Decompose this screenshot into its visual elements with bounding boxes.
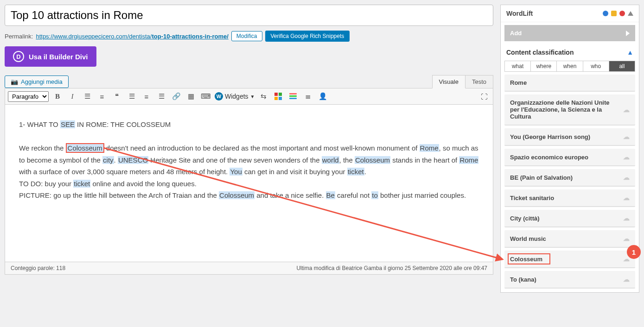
editor-mode-tabs: Visuale Testo [432,75,493,88]
caret-up-icon: ▲ [627,49,633,56]
bullet-list-icon[interactable]: ☰ [81,90,93,102]
filter-tab-when[interactable]: when [557,61,583,71]
permalink-label: Permalink: [5,33,33,40]
wordlift-panel: WordLift Add Content classification ▲ wh… [500,5,639,293]
post-title-input[interactable] [5,5,493,26]
keyboard-icon[interactable]: ⌨ [200,90,212,102]
media-icon: 📷 [11,78,18,85]
content-editor[interactable]: 1- WHAT TO SEE IN ROME: THE COLOSSEUM We… [5,105,493,262]
entity-label: You (George Harrison song) [510,133,619,140]
align-right-icon[interactable]: ☰ [155,90,167,102]
entity-item[interactable]: BE (Pain of Salvation)☁ [504,169,635,187]
add-entity-button[interactable]: Add [504,25,635,41]
cloud-icon: ☁ [623,214,630,222]
permalink-edit-button[interactable]: Modifica [231,31,262,41]
cloud-icon: ☁ [623,235,630,242]
caret-right-icon [626,31,630,36]
dot-blue-icon [603,11,608,16]
italic-icon[interactable]: I [66,90,78,102]
filter-tab-all[interactable]: all [609,61,635,71]
permalink-link[interactable]: https://www.drgiuseppecicero.com/dentist… [36,33,228,40]
entity-item[interactable]: City (città)☁ [504,210,635,227]
verify-snippets-button[interactable]: Verifica Google Rich Snippets [265,31,350,42]
permalink-row: Permalink: https://www.drgiuseppecicero.… [5,31,493,42]
rows-icon[interactable] [287,90,299,102]
divi-builder-button[interactable]: D Usa il Builder Divi [5,46,96,67]
entity-item[interactable]: Rome [504,75,635,92]
lines-icon[interactable]: ≣ [302,90,314,102]
entity-colosseum-highlighted[interactable]: Colosseum [66,143,104,153]
wordlift-title: WordLift [506,10,533,17]
entity-label: Spazio economico europeo [510,154,619,161]
entity-item[interactable]: World music☁ [504,230,635,248]
entity-label: Organizzazione delle Nazioni Unite per l… [510,99,619,120]
dot-yellow-icon [611,11,617,16]
entity-item[interactable]: Organizzazione delle Nazioni Unite per l… [504,94,635,126]
filter-tab-what[interactable]: what [505,61,531,71]
user-icon[interactable]: 👤 [317,90,329,102]
dot-red-icon [619,11,625,16]
editor-footer: Conteggio parole: 118 Ultima modifica di… [5,262,493,275]
widgets-button[interactable]: WWidgets▼ [215,92,255,101]
annotation-badge: 1 [627,245,641,259]
cloud-icon: ☁ [623,276,630,283]
tab-text[interactable]: Testo [465,75,493,88]
entity-label: BE (Pain of Salvation) [510,174,619,181]
entity-label: To (kana) [510,276,619,283]
collapse-icon[interactable] [628,11,633,16]
entity-label: City (città) [510,215,619,222]
quote-icon[interactable]: ❝ [111,90,123,102]
cloud-icon: ☁ [623,153,630,161]
entity-item[interactable]: To (kana)☁ [504,271,635,289]
pixel-grid-icon[interactable] [272,90,284,102]
link-icon[interactable]: 🔗 [170,90,182,102]
wordlift-status-dots [603,11,633,16]
entity-item[interactable]: Colosseum☁1 [504,251,635,268]
entity-label: World music [510,235,619,242]
cloud-icon: ☁ [623,133,630,140]
more-icon[interactable]: ▦ [185,90,197,102]
entity-item[interactable]: You (George Harrison song)☁ [504,128,635,146]
fullscreen-icon[interactable]: ⛶ [478,90,490,102]
entity-label: Rome [510,79,630,86]
bold-icon[interactable]: B [51,90,64,102]
cloud-icon: ☁ [623,106,630,113]
entity-item[interactable]: Spazio economico europeo☁ [504,149,635,166]
entity-label: Colosseum [510,256,619,263]
filter-tab-who[interactable]: who [583,61,609,71]
filter-tabs: whatwherewhenwhoall [504,61,635,72]
last-edit-label: Ultima modifica di Beatrice Gamba il gio… [296,265,487,271]
editor-toolbar: Paragrafo B I ☰ ≡ ❝ ☰ ≡ ☰ 🔗 ▦ ⌨ WWidgets… [5,88,493,105]
align-left-icon[interactable]: ☰ [126,90,138,102]
add-media-button[interactable]: 📷 Aggiungi media [5,75,69,88]
cloud-icon: ☁ [623,194,630,201]
filter-tab-where[interactable]: where [531,61,557,71]
tab-visual[interactable]: Visuale [432,75,465,88]
number-list-icon[interactable]: ≡ [96,90,108,102]
entity-label: Ticket sanitario [510,195,619,201]
indent-icon[interactable]: ⇆ [257,90,269,102]
entity-list: RomeOrganizzazione delle Nazioni Unite p… [501,75,639,292]
cloud-icon: ☁ [623,174,630,181]
format-select[interactable]: Paragrafo [8,91,49,102]
align-center-icon[interactable]: ≡ [140,90,153,102]
divi-icon: D [13,51,24,62]
content-classification-header[interactable]: Content classification ▲ [501,44,639,61]
entity-item[interactable]: Ticket sanitario☁ [504,189,635,207]
